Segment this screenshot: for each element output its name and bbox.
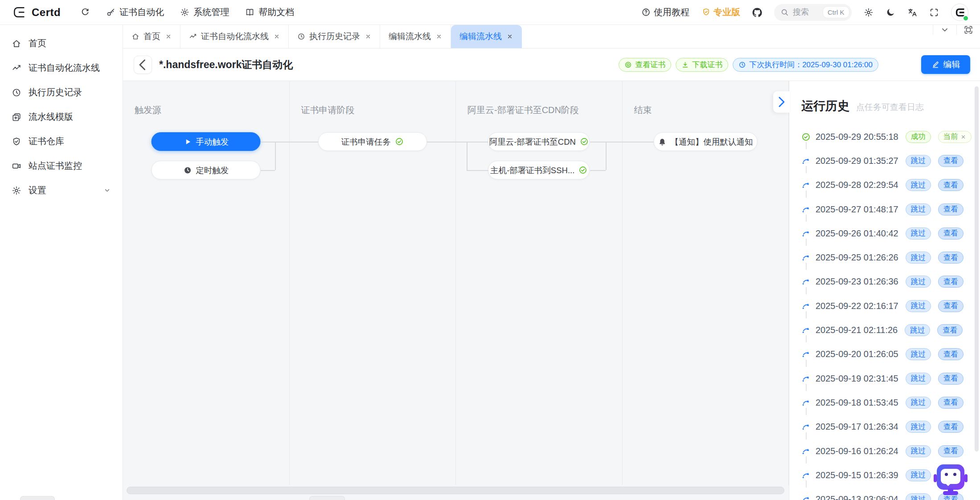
- maximize-icon[interactable]: [956, 25, 980, 35]
- run-history-item[interactable]: 2025-09-28 02:29:54跳过查看: [801, 173, 980, 197]
- pipeline-node[interactable]: 阿里云-部署证书至CDN: [488, 132, 590, 151]
- timeline-connector: [806, 239, 807, 246]
- pro-version-badge[interactable]: 专业版: [701, 6, 740, 18]
- search-box[interactable]: Ctrl K: [774, 4, 852, 21]
- fullscreen-icon[interactable]: [929, 8, 939, 17]
- page-body: 首页证书自动化流水线执行历史记录流水线模版证书仓库站点证书监控设置 首页证书自动…: [0, 25, 980, 500]
- run-history-item[interactable]: 2025-09-21 02:11:26跳过查看: [801, 318, 980, 342]
- node-label: 手动触发: [196, 136, 229, 147]
- skip-icon: [801, 229, 811, 238]
- run-history-item[interactable]: 2025-09-18 01:53:45跳过查看: [801, 390, 980, 415]
- tab-1[interactable]: 首页: [123, 25, 180, 48]
- pipeline-node[interactable]: 【通知】使用默认通知: [653, 132, 757, 151]
- run-history-item[interactable]: 2025-09-29 20:55:18成功当前: [801, 125, 980, 149]
- translate-icon[interactable]: [907, 8, 917, 17]
- pipeline-node[interactable]: 主机-部署证书到SSH...: [488, 161, 590, 179]
- pipeline-node[interactable]: 手动触发: [152, 132, 261, 151]
- view-log-button[interactable]: 查看: [938, 300, 964, 312]
- sidebar-item-5[interactable]: 证书仓库: [0, 129, 123, 154]
- github-icon[interactable]: [752, 8, 762, 17]
- run-history-item[interactable]: 2025-09-27 01:48:17跳过查看: [801, 197, 980, 221]
- sidebar-item-4[interactable]: 流水线模版: [0, 105, 123, 129]
- status-badge-success: 成功: [906, 131, 931, 143]
- view-log-button[interactable]: 查看: [938, 348, 964, 360]
- skip-badge: 跳过: [906, 203, 931, 215]
- chevron-right-icon[interactable]: [773, 91, 790, 113]
- cutoff-button[interactable]: [309, 496, 345, 500]
- view-log-button[interactable]: 查看: [938, 203, 964, 215]
- skip-badge: 跳过: [905, 324, 930, 336]
- tab-4[interactable]: 编辑流水线: [380, 25, 451, 48]
- current-run-badge: 当前: [938, 131, 972, 143]
- view-log-button[interactable]: 查看: [938, 179, 964, 191]
- user-avatar[interactable]: [951, 4, 968, 21]
- shield-icon: [12, 137, 21, 146]
- run-history-item[interactable]: 2025-09-25 01:26:26跳过查看: [801, 245, 980, 269]
- download-cert-label: 下载证书: [692, 60, 722, 70]
- view-log-button[interactable]: 查看: [937, 324, 963, 336]
- view-log-button[interactable]: 查看: [938, 421, 964, 433]
- view-log-button[interactable]: 查看: [938, 373, 964, 385]
- view-log-button[interactable]: 查看: [938, 228, 964, 240]
- chat-assistant-widget[interactable]: [934, 462, 968, 495]
- refresh-icon[interactable]: [80, 8, 90, 17]
- view-log-button[interactable]: 查看: [938, 276, 964, 288]
- badge-label: 跳过: [911, 204, 926, 214]
- cutoff-button[interactable]: [20, 496, 55, 500]
- chevron-down-icon[interactable]: [933, 25, 956, 35]
- run-history-item[interactable]: 2025-09-23 01:26:36跳过查看: [801, 270, 980, 294]
- edit-button[interactable]: 编辑: [921, 55, 970, 74]
- tab-2[interactable]: 证书自动化流水线: [180, 25, 289, 48]
- book-icon: [245, 8, 254, 17]
- close-icon[interactable]: [507, 33, 513, 40]
- header-nav-item-3[interactable]: 帮助文档: [245, 6, 294, 18]
- play-icon: [183, 138, 192, 146]
- pipeline-node[interactable]: 定时触发: [152, 161, 261, 179]
- run-history-item[interactable]: 2025-09-29 01:35:27跳过查看: [801, 149, 980, 173]
- vertical-scrollbar-thumb[interactable]: [975, 86, 979, 451]
- brand[interactable]: Certd: [12, 5, 61, 20]
- sidebar-item-3[interactable]: 执行历史记录: [0, 80, 123, 105]
- node-label: 证书申请任务: [341, 136, 391, 147]
- download-cert-button[interactable]: 下载证书: [676, 58, 728, 72]
- run-history-item[interactable]: 2025-09-17 01:26:34跳过查看: [801, 415, 980, 439]
- sidebar-item-1[interactable]: 首页: [0, 31, 123, 56]
- close-icon[interactable]: [960, 134, 966, 140]
- close-icon[interactable]: [436, 33, 442, 40]
- sidebar-item-6[interactable]: 站点证书监控: [0, 154, 123, 178]
- pipeline-node[interactable]: 证书申请任务: [318, 132, 427, 151]
- close-icon[interactable]: [165, 33, 172, 40]
- header-nav-item-1[interactable]: 证书自动化: [106, 6, 164, 18]
- badge-label: 当前: [943, 132, 958, 142]
- moon-icon[interactable]: [886, 8, 895, 17]
- view-cert-button[interactable]: 查看证书: [619, 58, 671, 72]
- skip-icon: [801, 205, 811, 214]
- header-nav-item-2[interactable]: 系统管理: [180, 6, 229, 18]
- skip-badge: 跳过: [906, 179, 931, 191]
- sidebar-item-7[interactable]: 设置: [0, 178, 123, 203]
- close-icon[interactable]: [365, 33, 371, 40]
- tutorial-link[interactable]: 使用教程: [641, 6, 689, 18]
- run-history-item[interactable]: 2025-09-19 02:31:45跳过查看: [801, 366, 980, 390]
- view-log-button[interactable]: 查看: [938, 252, 964, 264]
- view-log-button[interactable]: 查看: [938, 445, 964, 457]
- run-history-item[interactable]: 2025-09-16 01:26:24跳过查看: [801, 439, 980, 463]
- tab-5-active[interactable]: 编辑流水线: [451, 25, 522, 48]
- sidebar-item-2[interactable]: 证书自动化流水线: [0, 56, 123, 80]
- view-log-button[interactable]: 查看: [938, 155, 964, 167]
- gear-icon: [12, 186, 21, 195]
- run-history-item[interactable]: 2025-09-22 02:16:17跳过查看: [801, 294, 980, 318]
- view-log-button[interactable]: 查看: [938, 397, 964, 409]
- badge-label: 跳过: [911, 156, 926, 166]
- horizontal-scrollbar-thumb[interactable]: [127, 487, 784, 494]
- stage-title: 触发源: [135, 104, 289, 116]
- run-history-item[interactable]: 2025-09-26 01:40:42跳过查看: [801, 221, 980, 245]
- chevron-left-icon[interactable]: [134, 56, 152, 74]
- gear-icon[interactable]: [864, 8, 873, 17]
- search-input[interactable]: [793, 8, 819, 17]
- badge-label: 查看: [943, 446, 958, 456]
- run-history-item[interactable]: 2025-09-20 01:26:05跳过查看: [801, 342, 980, 366]
- tab-3[interactable]: 执行历史记录: [289, 25, 380, 48]
- close-icon[interactable]: [274, 33, 280, 40]
- connector-line: [427, 142, 467, 142]
